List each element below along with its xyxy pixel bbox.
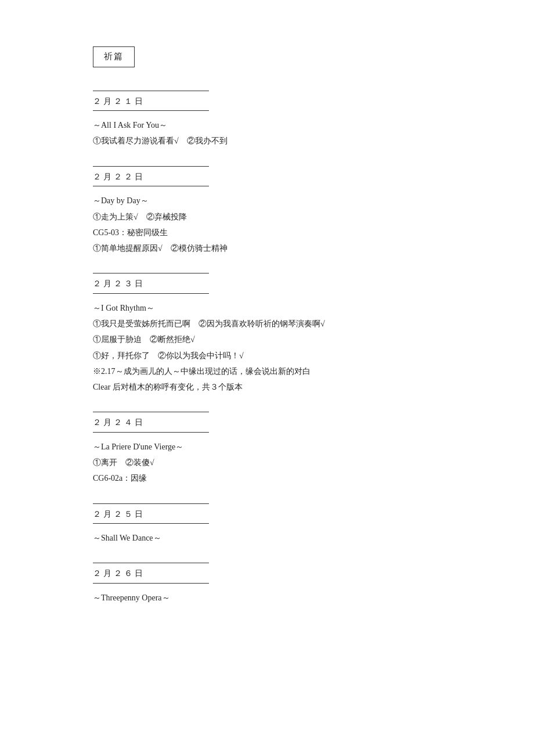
date-feb23: ２月２３日 <box>93 277 441 291</box>
line-feb25-0: ～Shall We Dance～ <box>93 531 441 545</box>
date-feb21: ２月２１日 <box>93 95 441 109</box>
line-feb23-0: ～I Got Rhythm～ <box>93 301 441 315</box>
line-feb23-2: ①屈服于胁迫 ②断然拒绝√ <box>93 332 441 347</box>
divider-bottom-feb23 <box>93 293 209 294</box>
divider-top-feb26 <box>93 563 209 563</box>
section-feb23: ２月２３日～I Got Rhythm～①我只是受萤姊所托而已啊 ②因为我喜欢聆听… <box>93 273 441 394</box>
header-box: 祈篇 <box>93 46 135 67</box>
section-feb24: ２月２４日～La Priere D'une Vierge～①离开 ②装傻√CG6… <box>93 412 441 485</box>
divider-bottom-feb22 <box>93 186 209 186</box>
section-feb25: ２月２５日～Shall We Dance～ <box>93 503 441 546</box>
date-feb26: ２月２６日 <box>93 567 441 581</box>
divider-bottom-feb25 <box>93 523 209 524</box>
line-feb24-1: ①离开 ②装傻√ <box>93 455 441 470</box>
line-feb23-3: ①好，拜托你了 ②你以为我会中计吗！√ <box>93 348 441 363</box>
sections-container: ２月２１日～All I Ask For You～①我试着尽力游说看看√ ②我办不… <box>93 91 441 606</box>
line-feb22-2: CG5-03：秘密同级生 <box>93 225 441 240</box>
content-feb25: ～Shall We Dance～ <box>93 531 441 545</box>
divider-top-feb23 <box>93 273 209 273</box>
line-feb23-1: ①我只是受萤姊所托而已啊 ②因为我喜欢聆听祈的钢琴演奏啊√ <box>93 316 441 331</box>
divider-top-feb22 <box>93 166 209 167</box>
content-feb21: ～All I Ask For You～①我试着尽力游说看看√ ②我办不到 <box>93 118 441 148</box>
content-feb26: ～Threepenny Opera～ <box>93 591 441 605</box>
header-label: 祈篇 <box>104 52 124 61</box>
line-feb24-0: ～La Priere D'une Vierge～ <box>93 440 441 454</box>
line-feb21-1: ①我试着尽力游说看看√ ②我办不到 <box>93 134 441 148</box>
section-feb21: ２月２１日～All I Ask For You～①我试着尽力游说看看√ ②我办不… <box>93 91 441 149</box>
line-feb22-0: ～Day by Day～ <box>93 193 441 208</box>
content-feb23: ～I Got Rhythm～①我只是受萤姊所托而已啊 ②因为我喜欢聆听祈的钢琴演… <box>93 301 441 394</box>
date-feb24: ２月２４日 <box>93 416 441 430</box>
line-feb21-0: ～All I Ask For You～ <box>93 118 441 132</box>
date-feb22: ２月２２日 <box>93 170 441 184</box>
line-feb24-2: CG6-02a：因缘 <box>93 471 441 485</box>
line-feb26-0: ～Threepenny Opera～ <box>93 591 441 605</box>
date-feb25: ２月２５日 <box>93 507 441 521</box>
line-feb23-4: ※2.17～成为画儿的人～中缘出现过的话，缘会说出新的对白 <box>93 364 441 379</box>
divider-bottom-feb26 <box>93 583 209 584</box>
content-feb22: ～Day by Day～①走为上策√ ②弃械投降CG5-03：秘密同级生①简单地… <box>93 193 441 255</box>
divider-bottom-feb24 <box>93 432 209 433</box>
line-feb22-1: ①走为上策√ ②弃械投降 <box>93 210 441 224</box>
section-feb22: ２月２２日～Day by Day～①走为上策√ ②弃械投降CG5-03：秘密同级… <box>93 166 441 256</box>
divider-top-feb21 <box>93 91 209 91</box>
content-feb24: ～La Priere D'une Vierge～①离开 ②装傻√CG6-02a：… <box>93 440 441 486</box>
divider-bottom-feb21 <box>93 110 209 111</box>
divider-top-feb24 <box>93 412 209 412</box>
divider-top-feb25 <box>93 503 209 504</box>
section-feb26: ２月２６日～Threepenny Opera～ <box>93 563 441 605</box>
line-feb23-5: Clear 后对植木的称呼有变化，共３个版本 <box>93 380 441 394</box>
line-feb22-3: ①简单地提醒原因√ ②模仿骑士精神 <box>93 241 441 255</box>
